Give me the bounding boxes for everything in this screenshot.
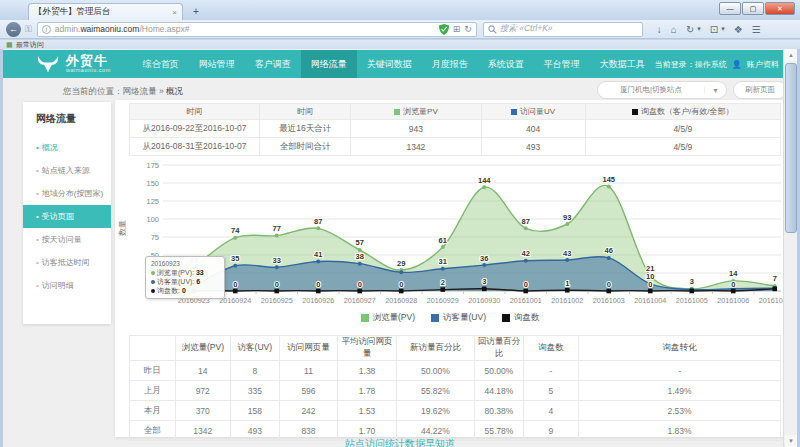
- table-header-cell: 回访量百分比: [474, 336, 523, 361]
- search-placeholder: 搜索 «Ctrl+K»: [500, 23, 553, 35]
- svg-text:20160930: 20160930: [468, 296, 500, 305]
- table-cell: 4: [523, 401, 578, 421]
- new-tab-button[interactable]: +: [188, 6, 204, 19]
- sidebar-item-1[interactable]: •站点链入来源: [23, 159, 111, 182]
- site-info-icon[interactable]: i: [42, 25, 51, 34]
- history-icon[interactable]: ↻: [686, 24, 694, 35]
- table-cell: 昨日: [130, 361, 176, 381]
- home-icon[interactable]: ⌂: [671, 24, 677, 35]
- nav-item-4[interactable]: 关键词数据: [357, 50, 422, 78]
- bookmarks-icon[interactable]: ⊡: [710, 24, 718, 35]
- history-caret-icon[interactable]: ▾: [697, 25, 701, 33]
- legend-item-2[interactable]: 询盘数: [502, 312, 540, 324]
- legend-swatch-icon: [431, 314, 439, 322]
- table-cell: 242: [279, 401, 338, 421]
- table-cell: 943: [351, 120, 481, 138]
- window-minimize-button[interactable]: —: [719, 2, 741, 15]
- security-shield-icon[interactable]: [439, 24, 449, 35]
- svg-text:20161001: 20161001: [510, 296, 542, 305]
- nav-item-7[interactable]: 平台管理: [534, 50, 590, 78]
- sidebar-item-5[interactable]: •访客抵达时间: [23, 251, 111, 274]
- chevron-down-icon[interactable]: ▼: [704, 87, 726, 94]
- table-cell: 158: [230, 401, 279, 421]
- svg-text:87: 87: [522, 217, 530, 226]
- svg-text:31: 31: [439, 257, 447, 266]
- sidebar-item-2[interactable]: •地域分布(按国家): [23, 182, 111, 205]
- window-maximize-button[interactable]: ▢: [742, 2, 764, 15]
- tooltip-row: 访客量(UV): 6: [151, 277, 219, 286]
- refresh-page-button[interactable]: 刷新页面: [733, 81, 787, 99]
- bullet-icon: •: [36, 281, 39, 290]
- svg-text:46: 46: [605, 246, 613, 255]
- site-switcher-dropdown[interactable]: 厦门机电|切换站点 ▼: [597, 81, 727, 99]
- nav-item-6[interactable]: 系统设置: [478, 50, 534, 78]
- scrollbar-thumb[interactable]: [785, 63, 797, 233]
- sidebar-item-6[interactable]: •访问明细: [23, 274, 111, 297]
- scroll-up-arrow-icon[interactable]: ▲: [785, 49, 797, 61]
- most-visited-bookmark[interactable]: 最常访问: [16, 40, 44, 50]
- svg-text:20160925: 20160925: [261, 296, 293, 305]
- window-close-button[interactable]: ✕: [765, 2, 795, 15]
- table-header-cell: 时间: [130, 104, 260, 120]
- table-header-cell: 新访量百分比: [396, 336, 474, 361]
- page-content: 外贸牛 waimaoniu.com 综合首页网站管理客户调查网络流量关键词数据月…: [0, 49, 797, 447]
- svg-text:20161006: 20161006: [717, 296, 749, 305]
- nav-item-5[interactable]: 月度报告: [422, 50, 478, 78]
- svg-text:14: 14: [729, 269, 738, 278]
- legend-swatch-icon: [511, 109, 517, 115]
- nav-item-1[interactable]: 网站管理: [189, 50, 245, 78]
- bookmarks-bar: ▦ 最常访问: [0, 40, 800, 49]
- bull-logo-icon: [35, 54, 61, 74]
- brand-logo[interactable]: 外贸牛 waimaoniu.com: [35, 54, 111, 74]
- sidebar-item-3[interactable]: •受访页面: [23, 205, 111, 228]
- table-cell: 972: [175, 381, 230, 401]
- table-cell: 11: [279, 361, 338, 381]
- reload-icon[interactable]: ↻: [464, 24, 472, 34]
- grid-icon[interactable]: ⊞: [453, 24, 461, 34]
- table-header-cell: 时间: [260, 104, 351, 120]
- share-icon[interactable]: ❖: [734, 24, 743, 35]
- svg-text:100: 100: [146, 215, 159, 224]
- search-bar[interactable]: 搜索 «Ctrl+K»: [483, 22, 643, 37]
- downloads-icon[interactable]: ↓: [657, 24, 662, 35]
- svg-text:2: 2: [441, 278, 445, 287]
- chart-legend: 浏览量(PV)访客量(UV)询盘数: [115, 311, 785, 325]
- bookmarks-caret-icon[interactable]: ▾: [721, 25, 725, 33]
- vertical-scrollbar[interactable]: ▲ ▼: [783, 49, 797, 447]
- table-cell: 上月: [130, 381, 176, 401]
- svg-text:1: 1: [565, 279, 569, 288]
- current-login-label: 当前登录：操作系统: [655, 59, 727, 70]
- svg-text:38: 38: [356, 252, 364, 261]
- chart-tooltip: 20160923 浏览量(PV): 33访客量(UV): 6询盘数: 0: [145, 256, 225, 299]
- traffic-chart[interactable]: 0255075100125150175数量2016092320160924201…: [115, 157, 785, 309]
- svg-text:33: 33: [273, 256, 281, 265]
- tab-close-icon[interactable]: ×: [172, 8, 177, 17]
- sidebar-item-0[interactable]: •概况: [23, 136, 111, 159]
- legend-swatch-icon: [361, 314, 369, 322]
- sidebar-item-4[interactable]: •按天访问量: [23, 228, 111, 251]
- most-visited-icon: ▦: [6, 41, 13, 49]
- svg-text:93: 93: [563, 213, 571, 222]
- legend-item-0[interactable]: 浏览量(PV): [361, 312, 416, 324]
- nav-item-8[interactable]: 大数据工具: [590, 50, 655, 78]
- nav-item-2[interactable]: 客户调查: [245, 50, 301, 78]
- table-cell: 2.53%: [579, 401, 781, 421]
- table-header-cell: 询盘转化: [579, 336, 781, 361]
- svg-text:77: 77: [273, 224, 281, 233]
- bullet-icon: •: [36, 212, 39, 221]
- bullet-icon: •: [36, 166, 39, 175]
- browser-navbar: ← ⚿ i admin.waimaoniu.com/Home.aspx# ⊞ ↻…: [0, 20, 800, 39]
- svg-text:41: 41: [314, 250, 322, 259]
- profile-link[interactable]: 账户资料: [747, 59, 779, 70]
- nav-item-0[interactable]: 综合首页: [133, 50, 189, 78]
- key-icon: ⚿: [25, 24, 32, 35]
- table-cell: 1.38: [338, 361, 397, 381]
- back-button[interactable]: ←: [6, 22, 21, 37]
- url-bar[interactable]: i admin.waimaoniu.com/Home.aspx# ⊞ ↻: [37, 22, 477, 37]
- nav-item-3[interactable]: 网络流量: [301, 50, 357, 78]
- browser-tab[interactable]: 【外贸牛】管理后台 ×: [28, 3, 183, 20]
- legend-item-1[interactable]: 访客量(UV): [431, 312, 486, 324]
- menu-icon[interactable]: ☰: [752, 24, 761, 35]
- breadcrumb: 您当前的位置：网络流量 » 概况: [63, 86, 183, 98]
- scroll-down-arrow-icon[interactable]: ▼: [785, 435, 797, 447]
